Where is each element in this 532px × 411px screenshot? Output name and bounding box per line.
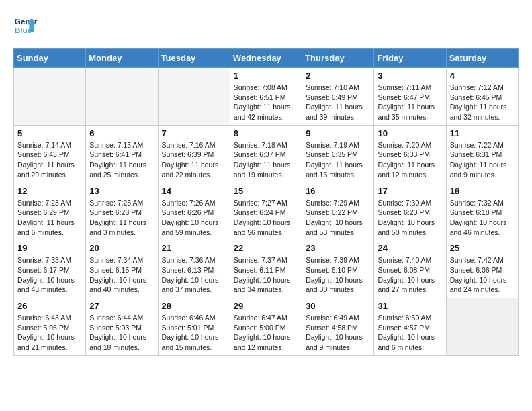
day-number: 22 [234,243,298,253]
day-info: Sunrise: 7:14 AM Sunset: 6:43 PM Dayligh… [17,140,82,180]
logo-icon: General Blue [13,13,38,38]
svg-text:General: General [15,17,38,26]
calendar-cell: 12Sunrise: 7:23 AM Sunset: 6:29 PM Dayli… [14,183,86,240]
day-number: 1 [234,71,298,81]
day-number: 13 [89,186,154,196]
day-number: 16 [306,186,370,196]
day-number: 29 [234,301,298,311]
calendar-cell: 28Sunrise: 6:46 AM Sunset: 5:01 PM Dayli… [158,298,230,356]
day-info: Sunrise: 7:16 AM Sunset: 6:39 PM Dayligh… [162,140,226,180]
calendar-cell: 24Sunrise: 7:40 AM Sunset: 6:08 PM Dayli… [374,240,446,298]
day-info: Sunrise: 7:36 AM Sunset: 6:13 PM Dayligh… [162,255,226,295]
calendar-cell: 1Sunrise: 7:08 AM Sunset: 6:51 PM Daylig… [230,68,302,126]
calendar-cell: 4Sunrise: 7:12 AM Sunset: 6:45 PM Daylig… [446,68,518,126]
calendar-cell: 3Sunrise: 7:11 AM Sunset: 6:47 PM Daylig… [374,68,446,126]
day-number: 10 [378,128,442,138]
day-info: Sunrise: 7:27 AM Sunset: 6:24 PM Dayligh… [234,198,298,238]
day-info: Sunrise: 6:50 AM Sunset: 4:57 PM Dayligh… [378,313,442,353]
calendar-cell: 26Sunrise: 6:43 AM Sunset: 5:05 PM Dayli… [14,298,86,356]
calendar-cell: 15Sunrise: 7:27 AM Sunset: 6:24 PM Dayli… [230,183,302,240]
calendar-cell [158,68,230,126]
calendar-cell: 6Sunrise: 7:15 AM Sunset: 6:41 PM Daylig… [86,125,158,183]
day-number: 23 [306,243,370,253]
day-info: Sunrise: 6:43 AM Sunset: 5:05 PM Dayligh… [17,313,82,353]
weekday-header-sunday: Sunday [14,49,86,68]
day-info: Sunrise: 6:44 AM Sunset: 5:03 PM Dayligh… [89,313,154,353]
calendar-cell: 14Sunrise: 7:26 AM Sunset: 6:26 PM Dayli… [158,183,230,240]
day-number: 6 [89,128,154,138]
day-info: Sunrise: 7:10 AM Sunset: 6:49 PM Dayligh… [306,83,370,122]
day-info: Sunrise: 6:49 AM Sunset: 4:58 PM Dayligh… [306,313,370,353]
day-number: 20 [89,243,154,253]
calendar-cell: 29Sunrise: 6:47 AM Sunset: 5:00 PM Dayli… [230,298,302,356]
calendar-cell: 7Sunrise: 7:16 AM Sunset: 6:39 PM Daylig… [158,125,230,183]
calendar-table: SundayMondayTuesdayWednesdayThursdayFrid… [13,48,519,356]
calendar-cell [86,68,158,126]
calendar-cell: 16Sunrise: 7:29 AM Sunset: 6:22 PM Dayli… [302,183,374,240]
day-info: Sunrise: 7:37 AM Sunset: 6:11 PM Dayligh… [234,255,298,295]
day-number: 26 [17,301,82,311]
day-info: Sunrise: 7:40 AM Sunset: 6:08 PM Dayligh… [378,255,442,295]
day-info: Sunrise: 7:33 AM Sunset: 6:17 PM Dayligh… [17,255,82,295]
calendar-cell: 17Sunrise: 7:30 AM Sunset: 6:20 PM Dayli… [374,183,446,240]
day-info: Sunrise: 7:18 AM Sunset: 6:37 PM Dayligh… [234,140,298,180]
calendar-cell: 31Sunrise: 6:50 AM Sunset: 4:57 PM Dayli… [374,298,446,356]
logo: General Blue [13,13,38,38]
day-info: Sunrise: 7:25 AM Sunset: 6:28 PM Dayligh… [89,198,154,238]
calendar-cell: 21Sunrise: 7:36 AM Sunset: 6:13 PM Dayli… [158,240,230,298]
day-info: Sunrise: 7:39 AM Sunset: 6:10 PM Dayligh… [306,255,370,295]
week-row-4: 19Sunrise: 7:33 AM Sunset: 6:17 PM Dayli… [14,240,519,298]
day-info: Sunrise: 7:23 AM Sunset: 6:29 PM Dayligh… [17,198,82,238]
day-number: 2 [306,71,370,81]
day-number: 8 [234,128,298,138]
day-number: 5 [17,128,82,138]
weekday-header-thursday: Thursday [302,49,374,68]
day-number: 27 [89,301,154,311]
weekday-header-saturday: Saturday [446,49,518,68]
weekday-header-wednesday: Wednesday [230,49,302,68]
day-number: 30 [306,301,370,311]
day-info: Sunrise: 7:20 AM Sunset: 6:33 PM Dayligh… [378,140,442,180]
day-number: 14 [162,186,226,196]
calendar-cell: 13Sunrise: 7:25 AM Sunset: 6:28 PM Dayli… [86,183,158,240]
calendar-cell: 30Sunrise: 6:49 AM Sunset: 4:58 PM Dayli… [302,298,374,356]
day-info: Sunrise: 7:30 AM Sunset: 6:20 PM Dayligh… [378,198,442,238]
calendar-cell: 2Sunrise: 7:10 AM Sunset: 6:49 PM Daylig… [302,68,374,126]
calendar-cell: 27Sunrise: 6:44 AM Sunset: 5:03 PM Dayli… [86,298,158,356]
day-info: Sunrise: 7:32 AM Sunset: 6:18 PM Dayligh… [450,198,515,238]
calendar-cell [446,298,518,356]
day-info: Sunrise: 7:29 AM Sunset: 6:22 PM Dayligh… [306,198,370,238]
calendar-cell: 20Sunrise: 7:34 AM Sunset: 6:15 PM Dayli… [86,240,158,298]
weekday-header-row: SundayMondayTuesdayWednesdayThursdayFrid… [14,49,519,68]
day-number: 12 [17,186,82,196]
day-number: 28 [162,301,226,311]
calendar-cell: 22Sunrise: 7:37 AM Sunset: 6:11 PM Dayli… [230,240,302,298]
calendar-cell: 18Sunrise: 7:32 AM Sunset: 6:18 PM Dayli… [446,183,518,240]
day-info: Sunrise: 7:26 AM Sunset: 6:26 PM Dayligh… [162,198,226,238]
day-number: 21 [162,243,226,253]
day-number: 31 [378,301,442,311]
weekday-header-tuesday: Tuesday [158,49,230,68]
day-info: Sunrise: 7:12 AM Sunset: 6:45 PM Dayligh… [450,83,515,122]
day-info: Sunrise: 7:08 AM Sunset: 6:51 PM Dayligh… [234,83,298,122]
day-number: 11 [450,128,515,138]
day-number: 3 [378,71,442,81]
day-info: Sunrise: 7:34 AM Sunset: 6:15 PM Dayligh… [89,255,154,295]
week-row-1: 1Sunrise: 7:08 AM Sunset: 6:51 PM Daylig… [14,68,519,126]
day-info: Sunrise: 7:11 AM Sunset: 6:47 PM Dayligh… [378,83,442,122]
calendar-cell: 10Sunrise: 7:20 AM Sunset: 6:33 PM Dayli… [374,125,446,183]
calendar-cell: 25Sunrise: 7:42 AM Sunset: 6:06 PM Dayli… [446,240,518,298]
week-row-5: 26Sunrise: 6:43 AM Sunset: 5:05 PM Dayli… [14,298,519,356]
page-header: General Blue [13,13,519,38]
weekday-header-monday: Monday [86,49,158,68]
calendar-cell: 19Sunrise: 7:33 AM Sunset: 6:17 PM Dayli… [14,240,86,298]
calendar-cell: 23Sunrise: 7:39 AM Sunset: 6:10 PM Dayli… [302,240,374,298]
day-info: Sunrise: 6:47 AM Sunset: 5:00 PM Dayligh… [234,313,298,353]
day-number: 17 [378,186,442,196]
calendar-cell: 8Sunrise: 7:18 AM Sunset: 6:37 PM Daylig… [230,125,302,183]
day-info: Sunrise: 7:15 AM Sunset: 6:41 PM Dayligh… [89,140,154,180]
day-number: 25 [450,243,515,253]
day-number: 7 [162,128,226,138]
calendar-cell: 9Sunrise: 7:19 AM Sunset: 6:35 PM Daylig… [302,125,374,183]
week-row-3: 12Sunrise: 7:23 AM Sunset: 6:29 PM Dayli… [14,183,519,240]
